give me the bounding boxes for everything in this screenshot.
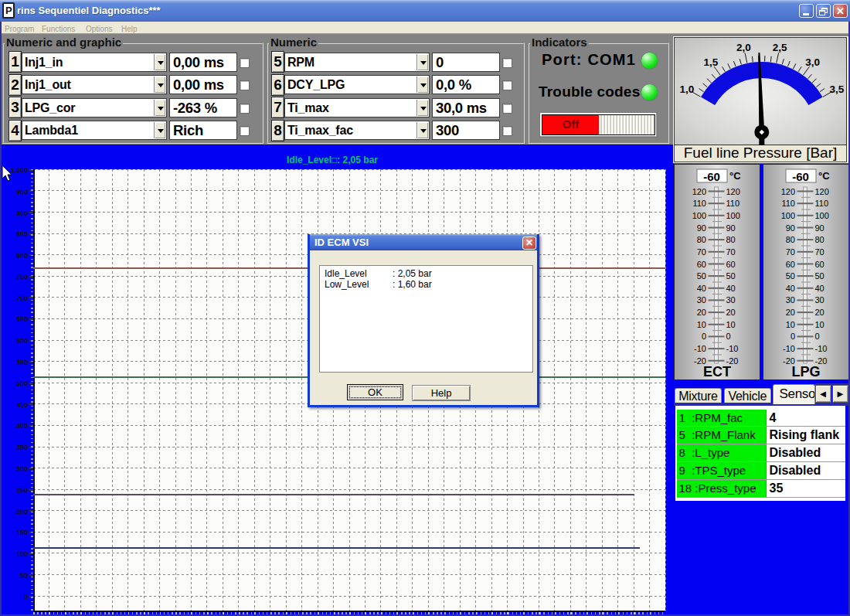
svg-text:20: 20 — [785, 308, 794, 317]
svg-text:0: 0 — [814, 332, 819, 341]
svg-text:-60: -60 — [703, 170, 720, 183]
svg-text:60: 60 — [726, 260, 735, 269]
svg-text:30: 30 — [726, 295, 735, 305]
svg-text:1,5: 1,5 — [703, 57, 718, 69]
svg-text:0: 0 — [726, 332, 730, 341]
svg-text:3,5: 3,5 — [829, 83, 844, 95]
svg-text:110: 110 — [781, 199, 795, 208]
svg-text:100: 100 — [692, 211, 706, 220]
svg-text:10: 10 — [726, 320, 735, 329]
svg-text:100: 100 — [814, 211, 828, 220]
svg-text:1,0: 1,0 — [679, 83, 694, 95]
svg-text:-60: -60 — [792, 170, 809, 183]
svg-text:20: 20 — [814, 308, 824, 317]
svg-text:30: 30 — [814, 295, 824, 305]
svg-text:2,5: 2,5 — [772, 43, 787, 54]
svg-text:20: 20 — [696, 308, 706, 317]
svg-text:30: 30 — [696, 295, 706, 305]
svg-text:70: 70 — [814, 247, 824, 257]
svg-text:-10: -10 — [814, 344, 827, 353]
svg-text:60: 60 — [814, 260, 824, 269]
svg-text:110: 110 — [726, 199, 740, 208]
svg-text:90: 90 — [726, 223, 735, 233]
svg-text:40: 40 — [696, 284, 706, 293]
svg-text:50: 50 — [696, 271, 706, 281]
svg-text:30: 30 — [785, 295, 794, 305]
svg-text:10: 10 — [814, 320, 824, 329]
svg-text:120: 120 — [780, 187, 794, 196]
svg-text:120: 120 — [692, 187, 706, 196]
svg-text:40: 40 — [814, 284, 824, 293]
svg-text:50: 50 — [785, 271, 794, 281]
svg-text:80: 80 — [785, 235, 794, 244]
svg-text:40: 40 — [726, 284, 735, 293]
svg-text:°C: °C — [729, 170, 741, 182]
svg-text:70: 70 — [726, 247, 735, 257]
svg-text:20: 20 — [726, 308, 735, 317]
svg-text:40: 40 — [785, 284, 794, 293]
svg-text:50: 50 — [814, 271, 824, 281]
svg-text:110: 110 — [692, 199, 706, 208]
svg-text:ECT: ECT — [703, 364, 731, 379]
svg-text:100: 100 — [780, 211, 794, 220]
svg-text:10: 10 — [696, 320, 706, 329]
svg-text:60: 60 — [785, 260, 794, 269]
svg-text:10: 10 — [785, 320, 794, 329]
svg-text:90: 90 — [785, 223, 794, 233]
svg-text:°C: °C — [818, 170, 830, 182]
svg-text:2,0: 2,0 — [736, 43, 751, 54]
svg-text:90: 90 — [814, 223, 824, 233]
svg-text:70: 70 — [696, 247, 706, 257]
svg-text:100: 100 — [726, 211, 740, 220]
svg-text:90: 90 — [696, 223, 706, 233]
svg-text:110: 110 — [814, 199, 828, 208]
svg-text:0: 0 — [790, 332, 794, 341]
svg-text:3,0: 3,0 — [805, 57, 820, 69]
svg-text:120: 120 — [814, 187, 828, 196]
svg-text:80: 80 — [814, 235, 824, 244]
svg-text:-10: -10 — [726, 344, 738, 353]
svg-text:60: 60 — [696, 260, 706, 269]
svg-text:LPG: LPG — [791, 364, 820, 379]
svg-text:120: 120 — [726, 187, 740, 196]
svg-text:70: 70 — [785, 247, 794, 257]
svg-text:-10: -10 — [783, 344, 795, 353]
svg-text:50: 50 — [726, 271, 735, 281]
svg-text:0: 0 — [701, 332, 706, 341]
svg-text:80: 80 — [696, 235, 706, 244]
svg-text:80: 80 — [726, 235, 735, 244]
svg-text:-10: -10 — [694, 344, 706, 353]
